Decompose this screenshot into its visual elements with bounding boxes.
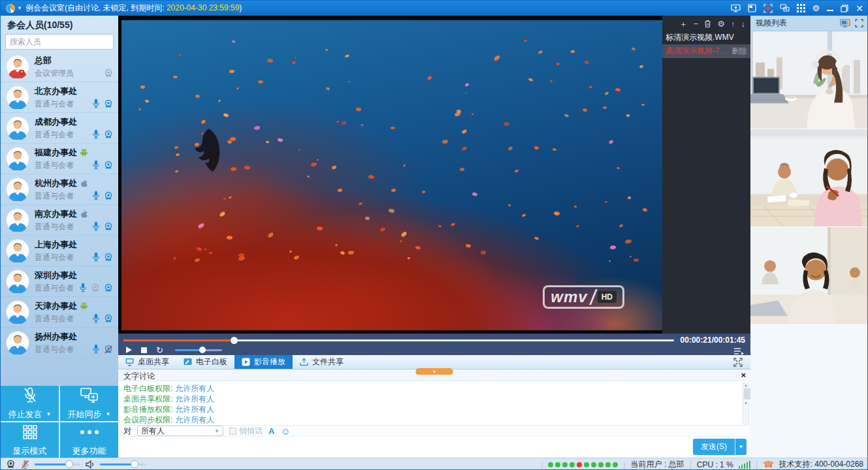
playlist-move-down-icon[interactable]: ↓ bbox=[741, 20, 746, 28]
mic-icon[interactable] bbox=[92, 99, 100, 108]
search-input[interactable] bbox=[6, 37, 115, 46]
chat-scrollbar[interactable]: ▲▼ bbox=[743, 383, 749, 424]
video-thumbnail-1[interactable] bbox=[750, 31, 868, 129]
playlist-delete-link[interactable]: 删除 bbox=[731, 46, 747, 57]
video-list-header: 视频列表 bbox=[750, 16, 868, 31]
app-logo[interactable] bbox=[6, 4, 15, 13]
network-share-icon[interactable] bbox=[780, 4, 790, 12]
volume-slider[interactable] bbox=[175, 349, 222, 351]
more-functions-button[interactable]: 更多功能 bbox=[60, 422, 118, 458]
window-mode-icon[interactable] bbox=[748, 4, 756, 12]
camera-icon[interactable] bbox=[104, 253, 113, 262]
expand-panel-icon[interactable] bbox=[733, 358, 743, 367]
playlist-settings-icon[interactable]: ⚙ bbox=[717, 20, 725, 28]
chat-collapse-handle[interactable]: ▼ bbox=[416, 368, 453, 375]
mic-icon[interactable] bbox=[92, 160, 100, 170]
seek-bar[interactable] bbox=[123, 339, 674, 341]
connection-dot bbox=[584, 462, 589, 467]
mic-icon[interactable] bbox=[92, 313, 100, 323]
play-button[interactable] bbox=[126, 347, 132, 353]
mic-icon[interactable] bbox=[92, 252, 100, 262]
playlist-trash-icon[interactable] bbox=[704, 20, 711, 28]
camera-icon[interactable] bbox=[104, 283, 113, 292]
participant-search[interactable] bbox=[5, 34, 114, 50]
stop-button[interactable] bbox=[141, 347, 147, 353]
send-button[interactable]: 发送(S) bbox=[693, 439, 735, 455]
mic-volume-thumb[interactable] bbox=[65, 460, 73, 468]
playlist-move-up-icon[interactable]: ↑ bbox=[731, 20, 735, 28]
participant-row[interactable]: 杭州办事处 普通与会者 bbox=[1, 174, 118, 205]
minimize-icon[interactable] bbox=[827, 10, 833, 11]
dropdown-caret-icon[interactable]: ▼ bbox=[106, 411, 111, 417]
local-mic-muted-icon[interactable] bbox=[21, 460, 29, 469]
tab-desktop-share[interactable]: 桌面共享 bbox=[118, 355, 176, 369]
participant-row[interactable]: 南京办事处 普通与会者 bbox=[1, 205, 118, 236]
video-canvas[interactable]: wmv HD bbox=[121, 20, 662, 330]
video-window-icon[interactable] bbox=[840, 19, 850, 27]
record-icon[interactable] bbox=[764, 4, 773, 13]
restore-icon[interactable] bbox=[841, 5, 848, 12]
camera-icon[interactable] bbox=[104, 99, 113, 108]
volume-thumb[interactable] bbox=[199, 347, 206, 353]
emoji-icon[interactable]: ☺ bbox=[280, 426, 290, 436]
chat-close-icon[interactable]: × bbox=[741, 370, 746, 380]
participant-row[interactable]: 上海办事处 普通与会者 bbox=[1, 236, 118, 266]
fullscreen-icon[interactable] bbox=[855, 19, 863, 27]
recipient-select[interactable]: 所有人▼ bbox=[137, 426, 223, 436]
send-options-caret[interactable]: ▼ bbox=[735, 439, 747, 455]
participant-row[interactable]: 北京办事处 普通与会者 bbox=[1, 82, 118, 113]
start-sync-button[interactable]: 开始同步▼ bbox=[60, 386, 118, 421]
tab-file-share[interactable]: 文件共享 bbox=[293, 355, 351, 369]
settings-gear-icon[interactable]: ⚙ bbox=[812, 4, 820, 12]
camera-gray-icon[interactable] bbox=[104, 69, 113, 78]
mic-icon[interactable] bbox=[92, 221, 100, 231]
seek-thumb[interactable] bbox=[231, 337, 238, 344]
participant-row[interactable]: 天津办事处 普通与会者 bbox=[1, 297, 118, 328]
stop-speaking-button[interactable]: 停止发言▼ bbox=[1, 386, 59, 421]
tab-media-playback[interactable]: 影音播放 bbox=[234, 355, 293, 369]
mic-icon[interactable] bbox=[92, 344, 100, 354]
video-thumbnail-2[interactable] bbox=[750, 129, 868, 227]
participant-row[interactable]: 总部 会议管理员 bbox=[1, 52, 118, 82]
camera-icon[interactable] bbox=[104, 130, 113, 139]
participant-row[interactable]: 福建办事处 普通与会者 bbox=[1, 144, 118, 174]
tab-whiteboard[interactable]: 电子白板 bbox=[176, 355, 234, 369]
participant-name: 南京办事处 bbox=[35, 208, 77, 220]
speaker-volume-slider[interactable] bbox=[100, 463, 146, 465]
speaker-volume-thumb[interactable] bbox=[131, 460, 138, 468]
camera-gray-icon[interactable] bbox=[91, 283, 100, 292]
playlist-toolbar: ＋ − ⚙ ↑ ↓ bbox=[662, 16, 750, 29]
loop-button[interactable]: ↻ bbox=[156, 346, 163, 354]
font-style-icon[interactable]: A bbox=[268, 426, 274, 436]
playlist-item[interactable]: 标清演示视频.WMV bbox=[662, 31, 750, 44]
close-icon[interactable]: ✕ bbox=[856, 4, 863, 13]
video-thumbnail-3[interactable] bbox=[750, 227, 868, 325]
camera-icon[interactable] bbox=[104, 314, 113, 323]
dropdown-caret-icon[interactable]: ▼ bbox=[46, 411, 52, 417]
playlist-add-icon[interactable]: ＋ bbox=[679, 20, 688, 28]
participant-row[interactable]: 扬州办事处 普通与会者 bbox=[1, 328, 118, 358]
participant-row[interactable]: 深圳办事处 普通与会者 bbox=[1, 266, 118, 297]
camera-icon[interactable] bbox=[104, 222, 113, 231]
camera-icon[interactable] bbox=[104, 191, 113, 200]
display-mode-button[interactable]: 显示模式 bbox=[1, 422, 59, 458]
mic-icon[interactable] bbox=[92, 191, 100, 200]
playlist-item[interactable]: 高清演示视频-720P.wmv 删除 bbox=[662, 44, 750, 58]
chat-input-area[interactable]: 发送(S) ▼ bbox=[118, 437, 750, 458]
screen-share-icon[interactable] bbox=[731, 4, 741, 12]
mic-icon[interactable] bbox=[79, 283, 87, 292]
display-mode-icon[interactable] bbox=[797, 4, 805, 12]
participant-row[interactable]: 成都办事处 普通与会者 bbox=[1, 113, 118, 144]
checkbox-icon[interactable] bbox=[229, 428, 236, 435]
local-camera-icon[interactable] bbox=[6, 460, 16, 469]
playlist-remove-icon[interactable]: − bbox=[694, 20, 699, 28]
speaker-icon[interactable] bbox=[86, 460, 95, 469]
camera-icon[interactable] bbox=[104, 345, 113, 354]
mic-icon[interactable] bbox=[92, 129, 100, 139]
mic-volume-slider[interactable] bbox=[35, 463, 80, 465]
participant-role: 会议管理员 bbox=[35, 68, 74, 79]
playlist-toggle-icon[interactable] bbox=[733, 347, 744, 355]
camera-icon[interactable] bbox=[104, 161, 113, 170]
whisper-checkbox[interactable]: 悄悄话 bbox=[229, 426, 263, 437]
app-menu-caret-icon[interactable]: ▼ bbox=[17, 5, 22, 11]
